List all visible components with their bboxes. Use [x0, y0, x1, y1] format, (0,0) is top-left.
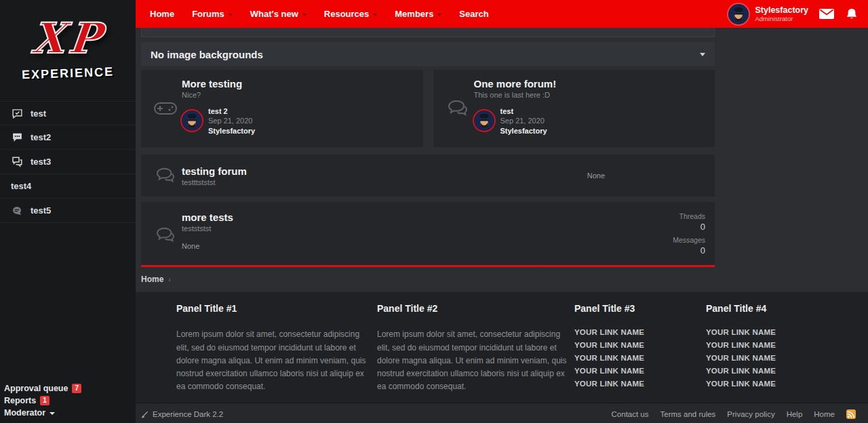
avatar[interactable] [182, 110, 202, 131]
chat-filled-icon [11, 205, 23, 217]
sidebar-item-test3[interactable]: test3 [0, 150, 136, 174]
panel-text: Lorem ipsum dolor sit amet, consectetur … [377, 328, 567, 393]
logo-text-experience: EXPERIENCE [22, 65, 115, 83]
footer-link[interactable]: YOUR LINK NAME [706, 341, 842, 349]
forum-title[interactable]: more tests [182, 212, 233, 223]
reports-label: Reports [4, 396, 36, 405]
brush-icon [141, 411, 149, 418]
forum-stats: Threads 0 Messages 0 [673, 212, 707, 258]
messages-icon[interactable] [819, 9, 834, 19]
approval-queue-label: Approval queue [4, 384, 68, 393]
messages-label: Messages [673, 235, 705, 245]
footer-link[interactable]: YOUR LINK NAME [574, 367, 706, 375]
reports-badge: 1 [40, 396, 50, 405]
nav-whats-new[interactable]: What's new [241, 0, 315, 28]
footer-panel-3: Panel Title #3 YOUR LINK NAME YOUR LINK … [574, 303, 706, 393]
nav-home[interactable]: Home [141, 0, 183, 28]
sidebar-item-test2[interactable]: test2 [0, 125, 136, 150]
latest-thread-title[interactable]: test [500, 106, 547, 116]
footer-link[interactable]: YOUR LINK NAME [574, 380, 706, 388]
sidebar-forum-nav: test test2 test3 test4 te [0, 101, 136, 223]
forum-description: testststst [182, 224, 233, 233]
forum-title[interactable]: testing forum [182, 165, 247, 177]
gamepad-icon [149, 78, 182, 139]
footer-link[interactable]: YOUR LINK NAME [706, 380, 842, 388]
sidebar-item-test[interactable]: test [0, 101, 136, 125]
site-logo[interactable]: XP EXPERIENCE [0, 0, 136, 87]
terms-rules-link[interactable]: Terms and rules [660, 410, 716, 418]
forum-title[interactable]: One more forum! [474, 78, 557, 89]
forum-node-more-tests[interactable]: more tests testststst None Threads 0 Mes… [141, 202, 715, 267]
latest-post-user[interactable]: Stylesfactory [500, 126, 547, 136]
help-link[interactable]: Help [787, 410, 803, 418]
privacy-policy-link[interactable]: Privacy policy [727, 410, 774, 418]
latest-thread-title[interactable]: test 2 [208, 106, 255, 116]
panel-text: Lorem ipsum dolor sit amet, consectetur … [176, 328, 366, 393]
footer-link[interactable]: YOUR LINK NAME [574, 341, 706, 349]
chevron-down-icon [700, 53, 705, 56]
latest-post-meta: test 2 Sep 21, 2020 Stylesfactory [208, 106, 255, 136]
latest-post-user[interactable]: Stylesfactory [208, 126, 255, 136]
footer-link[interactable]: YOUR LINK NAME [706, 367, 842, 375]
nav-search[interactable]: Search [450, 0, 497, 28]
nav-members-label: Members [395, 9, 433, 19]
chevron-down-icon [302, 14, 307, 16]
chat-double-icon [149, 167, 182, 184]
logo-text-xp: XP [29, 18, 106, 60]
rss-icon[interactable] [846, 409, 856, 419]
forum-node-testing-forum[interactable]: testing forum testttststst None [141, 155, 715, 197]
sidebar-item-label: test4 [11, 181, 31, 191]
latest-post-none: None [587, 172, 605, 180]
alerts-bell-icon[interactable] [845, 7, 859, 21]
contact-us-link[interactable]: Contact us [612, 410, 649, 418]
footer-panel-4: Panel Title #4 YOUR LINK NAME YOUR LINK … [706, 303, 842, 393]
user-role: Administrator [755, 15, 808, 22]
breadcrumb-home-link[interactable]: Home [141, 275, 163, 284]
panel-title: Panel Title #3 [574, 303, 706, 314]
nav-whats-new-label: What's new [250, 9, 298, 19]
forum-title[interactable]: More testing [182, 78, 255, 89]
style-chooser[interactable]: Experience Dark 2.2 [141, 410, 223, 418]
moderator-menu[interactable]: Moderator [4, 407, 129, 419]
sidebar-item-label: test2 [31, 132, 51, 142]
forum-node-grid: More testing Nice? test 2 Sep 21, 2020 S… [141, 70, 715, 147]
avatar[interactable] [474, 110, 494, 131]
chat-double-icon [11, 156, 23, 168]
footer-link[interactable]: YOUR LINK NAME [574, 328, 706, 336]
node-body: One more forum! This one is last here :D… [474, 78, 557, 139]
scrolled-block-remnant [141, 28, 715, 37]
latest-post[interactable]: test Sep 21, 2020 Stylesfactory [474, 106, 557, 136]
category-header[interactable]: No image backgrounds [141, 42, 715, 66]
nav-forums[interactable]: Forums [183, 0, 241, 28]
home-link[interactable]: Home [814, 410, 835, 418]
footer-link[interactable]: YOUR LINK NAME [574, 354, 706, 362]
chat-dots-icon [11, 132, 23, 144]
nav-members[interactable]: Members [386, 0, 450, 28]
sidebar-item-test4[interactable]: test4 [0, 174, 136, 199]
footer-link[interactable]: YOUR LINK NAME [706, 354, 842, 362]
nav-resources[interactable]: Resources [315, 0, 386, 28]
approval-queue-link[interactable]: Approval queue 7 [4, 382, 129, 395]
account-menu[interactable]: Stylesfactory Administrator [728, 4, 808, 24]
approval-queue-badge: 7 [72, 384, 81, 393]
latest-post[interactable]: test 2 Sep 21, 2020 Stylesfactory [182, 106, 255, 136]
footer-link[interactable]: YOUR LINK NAME [706, 328, 842, 336]
nav-resources-label: Resources [324, 9, 369, 19]
sidebar-item-label: test5 [31, 205, 51, 216]
reports-link[interactable]: Reports 1 [4, 395, 129, 407]
threads-count: 0 [673, 221, 705, 233]
forum-node-more-testing[interactable]: More testing Nice? test 2 Sep 21, 2020 S… [141, 70, 423, 147]
node-body: more tests testststst None [182, 212, 233, 250]
check-bubble-icon [11, 107, 23, 119]
primary-nav: Home Forums What's new Resources Members… [141, 0, 498, 28]
messages-count: 0 [673, 245, 705, 257]
node-body: More testing Nice? test 2 Sep 21, 2020 S… [182, 78, 255, 139]
forum-description: Nice? [182, 91, 255, 99]
sidebar-item-test5[interactable]: test5 [0, 199, 136, 223]
moderation-links: Approval queue 7 Reports 1 Moderator [0, 378, 136, 423]
top-navbar: Home Forums What's new Resources Members… [136, 0, 868, 28]
sidebar-item-label: test3 [31, 157, 51, 167]
chevron-down-icon [373, 14, 377, 16]
forum-node-one-more-forum[interactable]: One more forum! This one is last here :D… [433, 70, 715, 147]
breadcrumb: Home › [141, 267, 715, 292]
